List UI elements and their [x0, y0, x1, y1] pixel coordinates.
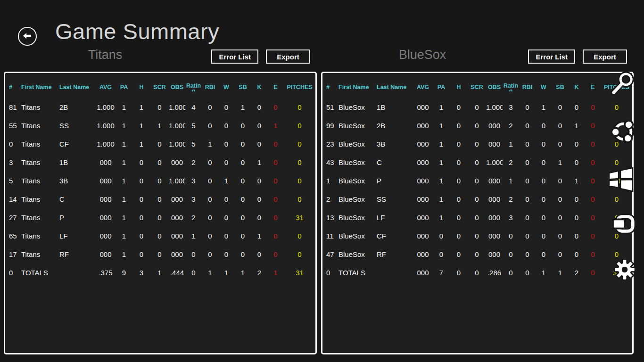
cell: 0 — [234, 153, 251, 172]
cell: 0 — [251, 245, 267, 263]
cell: 0 — [503, 227, 519, 245]
error-list-button[interactable]: Error List — [211, 49, 258, 64]
cell: 14 — [5, 190, 21, 208]
cell: 0 — [569, 208, 585, 227]
back-button[interactable] — [18, 27, 37, 46]
cell: 0 — [132, 245, 150, 263]
table-row[interactable]: 55TitansSS1.0001111.0005000010 — [5, 116, 315, 135]
cell: 0 — [585, 98, 601, 116]
table-row[interactable]: 47BlueSoxRF0000000000000000 — [322, 245, 632, 263]
cell: BlueSox — [339, 208, 377, 227]
column-header[interactable]: K — [251, 73, 267, 98]
table-row[interactable]: 14TitansC0001000003000000 — [5, 190, 315, 208]
column-header[interactable]: AVG — [413, 73, 433, 98]
cell: 1 — [116, 135, 132, 153]
error-list-button[interactable]: Error List — [528, 49, 575, 64]
column-header[interactable]: Last Name — [377, 73, 413, 98]
cell: 2 — [569, 263, 585, 282]
cell: CF — [59, 135, 96, 153]
cell: 1 — [150, 116, 169, 135]
export-button[interactable]: Export — [583, 49, 627, 64]
column-header[interactable]: PITCHES — [284, 73, 315, 98]
column-header[interactable]: SB — [234, 73, 251, 98]
column-header[interactable]: K — [569, 73, 585, 98]
cell: 27 — [5, 208, 21, 227]
column-header[interactable]: AVG — [96, 73, 116, 98]
cell: LF — [59, 227, 96, 245]
table-row[interactable]: 1BlueSoxP00010000010001034 — [322, 172, 632, 190]
column-header[interactable]: PA — [433, 73, 450, 98]
devices-icon[interactable] — [612, 213, 636, 235]
column-header[interactable]: SCR — [150, 73, 169, 98]
table-row[interactable]: 65TitansLF0001000001000100 — [5, 227, 315, 245]
cell: 0 — [536, 208, 552, 227]
column-header[interactable]: First Name — [21, 73, 59, 98]
column-header[interactable]: Rating — [185, 73, 202, 98]
table-row[interactable]: 43BlueSoxC0001001.0002001000 — [322, 153, 632, 172]
column-header[interactable]: H — [132, 73, 150, 98]
column-header[interactable]: RBI — [202, 73, 218, 98]
cell: 0 — [251, 190, 267, 208]
table-row[interactable]: 13BlueSoxLF0001000003000000 — [322, 208, 632, 227]
table-row[interactable]: 0TOTALS000700.28600112034 — [322, 263, 632, 282]
table-row[interactable]: 0TitansCF1.0001101.0005100000 — [5, 135, 315, 153]
table-row[interactable]: 27TitansP00010000020000031 — [5, 208, 315, 227]
column-header[interactable]: E — [585, 73, 601, 98]
cell: 3 — [503, 208, 519, 227]
table-row[interactable]: 0TOTALS.375931.44401112131 — [5, 263, 315, 282]
column-header[interactable]: SCR — [468, 73, 486, 98]
column-header[interactable]: RBI — [519, 73, 536, 98]
table-row[interactable]: 51BlueSox1B0001001.0003010000 — [322, 98, 632, 116]
column-header[interactable]: PA — [116, 73, 132, 98]
table-row[interactable]: 11BlueSoxCF0000000000000000 — [322, 227, 632, 245]
cell: 000 — [169, 227, 185, 245]
cell: 000 — [413, 172, 433, 190]
cell: 0 — [536, 172, 552, 190]
cell: 0 — [468, 116, 486, 135]
column-header[interactable]: Last Name — [59, 73, 96, 98]
table-row[interactable]: 23BlueSox3B0001000001000000 — [322, 135, 632, 153]
cell: 2 — [185, 208, 202, 227]
stats-panel: #First NameLast NameAVGPAHSCROBSRatingRB… — [4, 72, 317, 354]
column-header[interactable]: OBS — [486, 73, 503, 98]
cell: 2 — [503, 153, 519, 172]
cell: 3B — [377, 135, 413, 153]
column-header[interactable]: SB — [552, 73, 569, 98]
cell: 0 — [519, 135, 536, 153]
table-row[interactable]: 81Titans2B1.0001101.0004001000 — [5, 98, 315, 116]
cell: 0 — [450, 153, 468, 172]
cell: 0 — [519, 227, 536, 245]
column-header[interactable]: OBS — [169, 73, 185, 98]
export-button[interactable]: Export — [266, 49, 310, 64]
cell: 3 — [185, 190, 202, 208]
column-header[interactable]: # — [5, 73, 21, 98]
cell: 0 — [185, 263, 202, 282]
start-icon[interactable] — [607, 166, 635, 194]
table-row[interactable]: 3Titans1B0001000002000100 — [5, 153, 315, 172]
cell: 0 — [267, 245, 284, 263]
column-header[interactable]: W — [218, 73, 234, 98]
settings-icon[interactable] — [613, 258, 636, 281]
cell: 2B — [59, 98, 96, 116]
cell: 2 — [322, 190, 339, 208]
column-header[interactable]: W — [536, 73, 552, 98]
cell: 1B — [59, 153, 96, 172]
search-icon[interactable] — [611, 72, 635, 96]
cell: 0 — [218, 208, 234, 227]
column-header[interactable]: E — [267, 73, 284, 98]
share-icon[interactable] — [611, 117, 636, 145]
table-row[interactable]: 2BlueSoxSS0001000002000000 — [322, 190, 632, 208]
column-header[interactable]: First Name — [339, 73, 377, 98]
table-row[interactable]: 5Titans3B0001001.0003010000 — [5, 172, 315, 190]
cell: 0 — [585, 263, 601, 282]
cell: 0 — [450, 208, 468, 227]
cell: 5 — [185, 116, 202, 135]
table-row[interactable]: 17TitansRF0001000000000000 — [5, 245, 315, 263]
column-header[interactable]: H — [450, 73, 468, 98]
cell: Titans — [21, 208, 59, 227]
column-header[interactable]: # — [322, 73, 339, 98]
table-row[interactable]: 99BlueSox2B0001000002000100 — [322, 116, 632, 135]
cell: 000 — [486, 172, 503, 190]
column-header[interactable]: Rating — [503, 73, 519, 98]
cell: 55 — [5, 116, 21, 135]
